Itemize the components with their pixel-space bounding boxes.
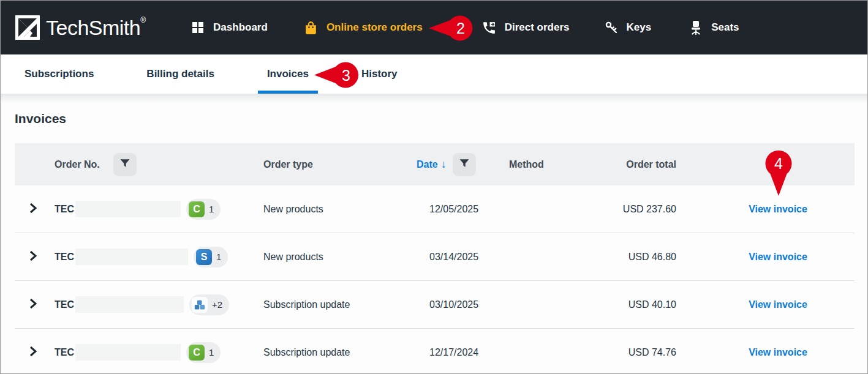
invoice-row: TEC S 1 New products 03/14/2025 USD 46.8…: [15, 233, 855, 281]
product-count: +2: [212, 299, 222, 310]
camtasia-icon: C: [189, 345, 205, 361]
date-cell: 12/05/2025: [417, 204, 507, 215]
order-total-cell: USD 40.10: [607, 299, 687, 310]
nav-label: Direct orders: [505, 21, 570, 34]
nav-label: Online store orders: [326, 21, 423, 34]
nav-item-online-store-orders[interactable]: Online store orders: [303, 20, 423, 36]
tab-label: Subscriptions: [25, 68, 94, 80]
expand-row-button[interactable]: [26, 202, 40, 217]
order-number-prefix: TEC: [55, 252, 74, 263]
content-top-shadow: [1, 94, 867, 103]
product-count: 1: [216, 252, 221, 262]
expand-row-button[interactable]: [26, 345, 40, 360]
invoice-row: TEC C 1 New products 12/05/2025 USD 237.…: [15, 185, 855, 233]
nav-item-keys[interactable]: Keys: [603, 20, 652, 36]
sort-descending-arrow: ↓: [441, 158, 447, 170]
tab-label: History: [361, 68, 398, 80]
order-type-cell: New products: [263, 204, 417, 215]
date-cell: 03/14/2025: [417, 252, 507, 263]
tab-label: Billing details: [146, 68, 214, 80]
phone-icon: [481, 20, 497, 36]
chair-icon: [688, 20, 704, 36]
invoices-table: Order No. Order type Date↓ Method: [15, 143, 855, 374]
method-header-label: Method: [509, 159, 544, 170]
account-tabs: Subscriptions Billing details Invoices H…: [1, 54, 867, 94]
key-icon: [603, 20, 619, 36]
funnel-icon: [119, 157, 131, 171]
order-number-redacted: [75, 201, 181, 217]
nav-label: Dashboard: [213, 21, 268, 34]
order-total-header-label: Order total: [626, 159, 676, 170]
order-no-header: Order No.: [55, 153, 263, 176]
nav-item-seats[interactable]: Seats: [688, 20, 739, 36]
date-header: Date↓: [417, 153, 507, 176]
order-total-cell: USD 237.60: [607, 204, 687, 215]
product-count: 1: [209, 204, 214, 214]
invoices-page: Invoices Order No. Order type Date↓: [1, 94, 867, 374]
chevron-right-icon: [28, 298, 38, 311]
tab-subscriptions[interactable]: Subscriptions: [25, 54, 94, 94]
method-header: Method: [507, 159, 607, 170]
chevron-right-icon: [28, 203, 38, 215]
main-nav: Dashboard Online store orders Direct ord…: [190, 20, 739, 36]
tab-label: Invoices: [267, 68, 309, 80]
nav-label: Seats: [711, 21, 739, 34]
brand-name: TechSmith®: [46, 14, 146, 41]
order-type-cell: New products: [263, 252, 417, 263]
techsmith-logo-icon: [15, 15, 40, 40]
expand-row-button[interactable]: [26, 297, 40, 312]
tab-billing-details[interactable]: Billing details: [146, 54, 214, 94]
shopping-bag-icon: [303, 20, 319, 36]
order-total-header: Order total: [607, 159, 687, 170]
nav-item-direct-orders[interactable]: Direct orders: [481, 20, 570, 36]
app-window: TechSmith® Dashboard Online store orders…: [0, 0, 868, 374]
camtasia-icon: C: [189, 201, 205, 217]
product-count: 1: [209, 347, 214, 357]
invoice-row: TEC +2 Subscription update 03/10/2025 US…: [15, 281, 855, 329]
invoice-row: TEC C 1 Subscription update 12/17/2024 U…: [15, 329, 855, 374]
order-total-cell: USD 74.76: [607, 347, 687, 358]
product-badge: C 1: [186, 199, 221, 220]
product-badge: S 1: [194, 247, 228, 267]
order-number-prefix: TEC: [55, 204, 74, 215]
order-type-header: Order type: [263, 159, 417, 170]
date-sort-control[interactable]: Date↓: [417, 158, 447, 171]
order-no-header-label: Order No.: [55, 159, 100, 170]
top-navbar: TechSmith® Dashboard Online store orders…: [1, 1, 867, 54]
date-header-label: Date: [417, 159, 438, 170]
view-invoice-link[interactable]: View invoice: [749, 347, 807, 357]
tab-history[interactable]: History: [361, 54, 398, 94]
snagit-icon: S: [196, 249, 212, 265]
order-type-header-label: Order type: [263, 159, 313, 170]
view-invoice-link[interactable]: View invoice: [749, 252, 807, 262]
order-number-redacted: [75, 296, 184, 313]
order-number-redacted: [75, 249, 188, 265]
date-cell: 12/17/2024: [417, 347, 507, 358]
order-number-prefix: TEC: [55, 347, 74, 358]
expand-row-button[interactable]: [26, 250, 40, 264]
page-title: Invoices: [15, 111, 66, 126]
product-badge: +2: [189, 294, 229, 315]
funnel-icon: [458, 157, 470, 171]
order-no-filter-button[interactable]: [113, 153, 137, 176]
date-filter-button[interactable]: [453, 153, 476, 176]
order-type-cell: Subscription update: [263, 299, 417, 310]
chevron-right-icon: [28, 250, 38, 263]
order-total-cell: USD 46.80: [607, 252, 687, 263]
view-invoice-link[interactable]: View invoice: [749, 299, 807, 310]
order-number-prefix: TEC: [55, 299, 74, 310]
table-header-row: Order No. Order type Date↓ Method: [15, 143, 855, 185]
techsmith-logo[interactable]: TechSmith®: [15, 14, 146, 41]
product-badge: C 1: [186, 342, 221, 363]
nav-item-dashboard[interactable]: Dashboard: [190, 20, 268, 36]
order-type-cell: Subscription update: [263, 347, 417, 358]
tab-invoices[interactable]: Invoices: [258, 54, 318, 94]
chevron-right-icon: [28, 346, 38, 359]
date-cell: 03/10/2025: [417, 299, 507, 310]
view-invoice-link[interactable]: View invoice: [749, 204, 807, 214]
dashboard-grid-icon: [190, 20, 206, 36]
nav-label: Keys: [627, 21, 652, 34]
order-number-redacted: [75, 344, 181, 361]
bundle-icon: [192, 297, 208, 313]
